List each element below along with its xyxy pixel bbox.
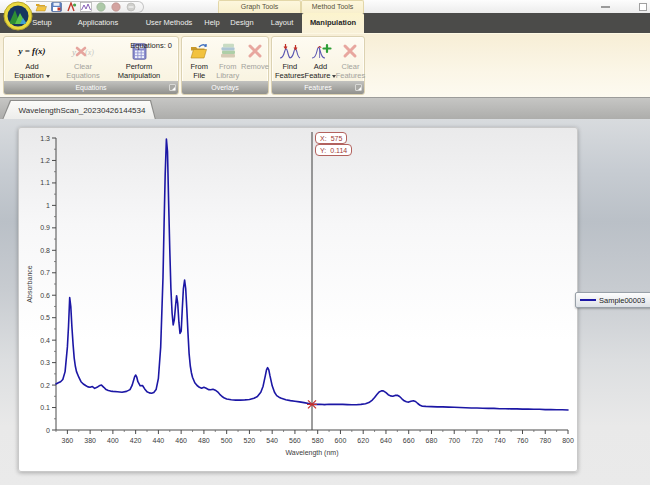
- svg-text:560: 560: [289, 437, 301, 444]
- svg-text:500: 500: [221, 437, 233, 444]
- start-icon[interactable]: [95, 2, 107, 13]
- save-icon[interactable]: [50, 2, 62, 13]
- svg-text:620: 620: [357, 437, 369, 444]
- app-logo-icon: [3, 1, 33, 31]
- chart-panel[interactable]: 3603804004204404604805005205405605806006…: [18, 127, 578, 472]
- svg-text:(x): (x): [85, 48, 94, 57]
- svg-text:400: 400: [107, 437, 119, 444]
- svg-text:0.6: 0.6: [40, 292, 50, 299]
- open-folder-icon: [189, 40, 209, 62]
- clear-equations-icon: y(x): [71, 40, 95, 62]
- overlays-group-title: Overlays: [182, 81, 268, 94]
- svg-text:Absorbance: Absorbance: [26, 265, 33, 302]
- minimize-button[interactable]: [592, 2, 618, 12]
- method-tools-tab-group[interactable]: Method Tools: [301, 0, 364, 13]
- svg-text:440: 440: [153, 437, 165, 444]
- ribbon: Equations: 0 y = f(x) Add Equation y(x) …: [0, 33, 650, 97]
- svg-text:1.3: 1.3: [40, 135, 50, 142]
- document-tab-label: WavelengthScan_20230426144534: [3, 101, 155, 120]
- open-file-icon[interactable]: [35, 2, 47, 13]
- overlay-remove-button: Remove: [242, 39, 268, 80]
- tab-manipulation[interactable]: Manipulation: [302, 13, 364, 33]
- svg-text:0.2: 0.2: [40, 382, 50, 389]
- svg-text:760: 760: [517, 437, 529, 444]
- chevron-down-icon: [46, 75, 50, 78]
- svg-text:680: 680: [426, 437, 438, 444]
- svg-text:420: 420: [130, 437, 142, 444]
- features-dialog-launcher[interactable]: [355, 84, 362, 91]
- chart-legend[interactable]: Sample00003: [575, 292, 650, 308]
- fx-icon: y = f(x): [18, 46, 45, 56]
- clear-equations-button: y(x) Clear Equations: [57, 39, 109, 80]
- add-feature-icon: [310, 40, 332, 62]
- svg-text:660: 660: [403, 437, 415, 444]
- svg-text:Wavelength (nm): Wavelength (nm): [285, 449, 338, 457]
- svg-text:0.8: 0.8: [40, 247, 50, 254]
- svg-text:460: 460: [175, 437, 187, 444]
- svg-text:y: y: [71, 47, 76, 57]
- equations-dialog-launcher[interactable]: [169, 84, 176, 91]
- svg-text:0: 0: [46, 427, 50, 434]
- svg-text:1.2: 1.2: [40, 157, 50, 164]
- document-tab-strip: WavelengthScan_20230426144534: [0, 97, 650, 119]
- svg-text:480: 480: [198, 437, 210, 444]
- clear-features-x-icon: [342, 40, 358, 62]
- tab-user-methods[interactable]: User Methods: [132, 13, 206, 33]
- overlay-from-library-button: From Library: [214, 39, 243, 80]
- ribbon-group-equations: Equations: 0 y = f(x) Add Equation y(x) …: [3, 36, 179, 95]
- ribbon-tab-bar: Setup Applications User Methods Help Des…: [0, 13, 650, 33]
- svg-text:1.1: 1.1: [40, 179, 50, 186]
- library-books-icon: [219, 40, 237, 62]
- maximize-button[interactable]: [630, 2, 650, 12]
- svg-text:800: 800: [562, 437, 574, 444]
- quick-access-toolbar: [26, 1, 144, 13]
- svg-text:380: 380: [84, 437, 96, 444]
- svg-text:0.1: 0.1: [40, 404, 50, 411]
- application-menu-button[interactable]: [3, 1, 33, 31]
- remove-x-icon: [247, 40, 263, 62]
- cursor-x-value: 575: [331, 135, 343, 142]
- stop-icon[interactable]: [110, 2, 122, 13]
- add-feature-button[interactable]: Add Feature: [305, 39, 337, 80]
- cursor-x-readout: X: 575: [315, 132, 347, 144]
- tab-applications[interactable]: Applications: [64, 13, 132, 33]
- svg-text:360: 360: [62, 437, 74, 444]
- spectrum-chart[interactable]: 3603804004204404604805005205405605806006…: [19, 128, 579, 473]
- svg-text:780: 780: [539, 437, 551, 444]
- svg-text:520: 520: [244, 437, 256, 444]
- overlay-from-file-button[interactable]: From File: [185, 39, 214, 80]
- svg-text:640: 640: [380, 437, 392, 444]
- document-tab[interactable]: WavelengthScan_20230426144534: [2, 100, 156, 120]
- svg-text:700: 700: [448, 437, 460, 444]
- clear-features-button: Clear Features: [336, 39, 364, 80]
- legend-label: Sample00003: [599, 296, 645, 305]
- svg-text:600: 600: [335, 437, 347, 444]
- svg-text:0.4: 0.4: [40, 337, 50, 344]
- connect-icon[interactable]: [125, 2, 137, 13]
- equations-count-label: Equations: 0: [130, 41, 172, 50]
- find-features-icon: [279, 40, 301, 62]
- features-group-title: Features: [272, 81, 364, 94]
- graph-icon[interactable]: [80, 2, 92, 13]
- cursor-y-value: 0.114: [330, 147, 347, 154]
- svg-text:1: 1: [46, 202, 50, 209]
- ribbon-group-overlays: From File From Library Remove Ov: [181, 36, 269, 95]
- tab-layout[interactable]: Layout: [263, 13, 301, 33]
- ribbon-group-features: Find Features Add Feature Clear Features: [271, 36, 365, 95]
- graph-tools-tab-group[interactable]: Graph Tools: [218, 0, 301, 13]
- run-method-icon[interactable]: [65, 2, 77, 13]
- svg-text:580: 580: [312, 437, 324, 444]
- cursor-y-readout: Y: 0.114: [315, 144, 352, 156]
- svg-text:0.3: 0.3: [40, 359, 50, 366]
- app-window: Graph Tools Method Tools Setup Applicati…: [0, 0, 650, 485]
- svg-text:740: 740: [494, 437, 506, 444]
- equations-group-title: Equations: [4, 81, 178, 94]
- svg-text:0.7: 0.7: [40, 269, 50, 276]
- find-features-button[interactable]: Find Features: [275, 39, 305, 80]
- svg-text:540: 540: [266, 437, 278, 444]
- tab-design[interactable]: Design: [222, 13, 262, 33]
- add-equation-button[interactable]: y = f(x) Add Equation: [7, 39, 57, 80]
- svg-text:0.9: 0.9: [40, 224, 50, 231]
- svg-text:0.5: 0.5: [40, 314, 50, 321]
- legend-swatch: [580, 299, 596, 301]
